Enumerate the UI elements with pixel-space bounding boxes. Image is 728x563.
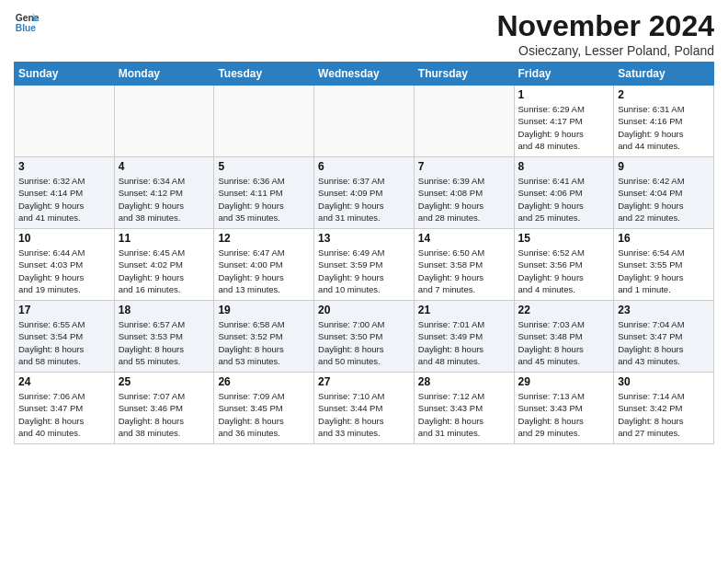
day-info: Sunrise: 6:44 AM Sunset: 4:03 PM Dayligh… bbox=[18, 247, 110, 295]
table-row: 1Sunrise: 6:29 AM Sunset: 4:17 PM Daylig… bbox=[514, 86, 614, 157]
calendar-week-row: 1Sunrise: 6:29 AM Sunset: 4:17 PM Daylig… bbox=[15, 86, 714, 157]
day-number: 14 bbox=[418, 232, 510, 245]
day-info: Sunrise: 6:31 AM Sunset: 4:16 PM Dayligh… bbox=[618, 103, 710, 152]
header-tuesday: Tuesday bbox=[214, 63, 314, 86]
header-sunday: Sunday bbox=[15, 63, 115, 86]
header: General Blue November 2024 Osieczany, Le… bbox=[14, 9, 714, 58]
day-info: Sunrise: 7:14 AM Sunset: 3:42 PM Dayligh… bbox=[618, 390, 710, 439]
table-row: 9Sunrise: 6:42 AM Sunset: 4:04 PM Daylig… bbox=[614, 157, 714, 229]
day-info: Sunrise: 6:49 AM Sunset: 3:59 PM Dayligh… bbox=[318, 247, 410, 295]
table-row: 13Sunrise: 6:49 AM Sunset: 3:59 PM Dayli… bbox=[314, 229, 415, 301]
day-number: 21 bbox=[418, 304, 510, 316]
day-info: Sunrise: 7:00 AM Sunset: 3:50 PM Dayligh… bbox=[318, 318, 410, 367]
table-row: 19Sunrise: 6:58 AM Sunset: 3:52 PM Dayli… bbox=[214, 301, 314, 373]
day-number: 13 bbox=[318, 232, 410, 245]
table-row: 3Sunrise: 6:32 AM Sunset: 4:14 PM Daylig… bbox=[15, 157, 115, 229]
day-info: Sunrise: 6:29 AM Sunset: 4:17 PM Dayligh… bbox=[518, 103, 610, 152]
day-info: Sunrise: 7:07 AM Sunset: 3:46 PM Dayligh… bbox=[119, 390, 210, 439]
day-number: 3 bbox=[18, 160, 110, 173]
table-row: 21Sunrise: 7:01 AM Sunset: 3:49 PM Dayli… bbox=[414, 301, 514, 373]
day-number: 1 bbox=[518, 88, 610, 101]
day-number: 2 bbox=[618, 88, 710, 101]
day-number: 5 bbox=[218, 160, 310, 173]
day-info: Sunrise: 6:58 AM Sunset: 3:52 PM Dayligh… bbox=[218, 318, 310, 367]
header-friday: Friday bbox=[514, 63, 614, 86]
table-row: 22Sunrise: 7:03 AM Sunset: 3:48 PM Dayli… bbox=[514, 301, 614, 373]
day-number: 11 bbox=[119, 232, 210, 245]
table-row bbox=[314, 86, 415, 157]
day-info: Sunrise: 7:01 AM Sunset: 3:49 PM Dayligh… bbox=[418, 318, 510, 367]
table-row: 8Sunrise: 6:41 AM Sunset: 4:06 PM Daylig… bbox=[514, 157, 614, 229]
day-number: 19 bbox=[218, 304, 310, 316]
day-info: Sunrise: 6:39 AM Sunset: 4:08 PM Dayligh… bbox=[418, 175, 510, 224]
day-info: Sunrise: 7:03 AM Sunset: 3:48 PM Dayligh… bbox=[518, 318, 610, 367]
day-number: 4 bbox=[119, 160, 210, 173]
day-number: 24 bbox=[18, 375, 110, 388]
table-row: 16Sunrise: 6:54 AM Sunset: 3:55 PM Dayli… bbox=[614, 229, 714, 301]
table-row: 25Sunrise: 7:07 AM Sunset: 3:46 PM Dayli… bbox=[114, 373, 214, 444]
day-info: Sunrise: 7:09 AM Sunset: 3:45 PM Dayligh… bbox=[218, 390, 310, 439]
day-number: 22 bbox=[518, 304, 610, 316]
day-info: Sunrise: 7:06 AM Sunset: 3:47 PM Dayligh… bbox=[18, 390, 110, 439]
day-info: Sunrise: 6:55 AM Sunset: 3:54 PM Dayligh… bbox=[18, 318, 110, 367]
table-row: 10Sunrise: 6:44 AM Sunset: 4:03 PM Dayli… bbox=[15, 229, 115, 301]
header-saturday: Saturday bbox=[614, 63, 714, 86]
table-row: 30Sunrise: 7:14 AM Sunset: 3:42 PM Dayli… bbox=[614, 373, 714, 444]
svg-text:Blue: Blue bbox=[16, 23, 37, 33]
day-info: Sunrise: 6:41 AM Sunset: 4:06 PM Dayligh… bbox=[518, 175, 610, 224]
table-row bbox=[414, 86, 514, 157]
day-info: Sunrise: 6:36 AM Sunset: 4:11 PM Dayligh… bbox=[218, 175, 310, 224]
day-number: 23 bbox=[618, 304, 710, 316]
table-row: 29Sunrise: 7:13 AM Sunset: 3:43 PM Dayli… bbox=[514, 373, 614, 444]
table-row: 28Sunrise: 7:12 AM Sunset: 3:43 PM Dayli… bbox=[414, 373, 514, 444]
day-number: 16 bbox=[618, 232, 710, 245]
header-wednesday: Wednesday bbox=[314, 63, 415, 86]
location: Osieczany, Lesser Poland, Poland bbox=[496, 43, 714, 58]
calendar-week-row: 17Sunrise: 6:55 AM Sunset: 3:54 PM Dayli… bbox=[15, 301, 714, 373]
calendar-body: 1Sunrise: 6:29 AM Sunset: 4:17 PM Daylig… bbox=[15, 86, 714, 444]
day-number: 26 bbox=[218, 375, 310, 388]
day-number: 30 bbox=[618, 375, 710, 388]
table-row: 11Sunrise: 6:45 AM Sunset: 4:02 PM Dayli… bbox=[114, 229, 214, 301]
day-info: Sunrise: 6:42 AM Sunset: 4:04 PM Dayligh… bbox=[618, 175, 710, 224]
day-number: 8 bbox=[518, 160, 610, 173]
day-info: Sunrise: 6:52 AM Sunset: 3:56 PM Dayligh… bbox=[518, 247, 610, 295]
calendar-table: Sunday Monday Tuesday Wednesday Thursday… bbox=[14, 62, 714, 444]
day-number: 25 bbox=[119, 375, 210, 388]
table-row: 23Sunrise: 7:04 AM Sunset: 3:47 PM Dayli… bbox=[614, 301, 714, 373]
day-number: 17 bbox=[18, 304, 110, 316]
logo: General Blue bbox=[14, 9, 40, 35]
day-info: Sunrise: 6:45 AM Sunset: 4:02 PM Dayligh… bbox=[119, 247, 210, 295]
calendar-week-row: 24Sunrise: 7:06 AM Sunset: 3:47 PM Dayli… bbox=[15, 373, 714, 444]
day-number: 12 bbox=[218, 232, 310, 245]
day-info: Sunrise: 6:34 AM Sunset: 4:12 PM Dayligh… bbox=[119, 175, 210, 224]
table-row: 15Sunrise: 6:52 AM Sunset: 3:56 PM Dayli… bbox=[514, 229, 614, 301]
day-number: 10 bbox=[18, 232, 110, 245]
month-title: November 2024 bbox=[496, 9, 714, 43]
table-row: 12Sunrise: 6:47 AM Sunset: 4:00 PM Dayli… bbox=[214, 229, 314, 301]
header-thursday: Thursday bbox=[414, 63, 514, 86]
table-row: 24Sunrise: 7:06 AM Sunset: 3:47 PM Dayli… bbox=[15, 373, 115, 444]
day-info: Sunrise: 6:47 AM Sunset: 4:00 PM Dayligh… bbox=[218, 247, 310, 295]
calendar-week-row: 10Sunrise: 6:44 AM Sunset: 4:03 PM Dayli… bbox=[15, 229, 714, 301]
table-row: 27Sunrise: 7:10 AM Sunset: 3:44 PM Dayli… bbox=[314, 373, 415, 444]
day-number: 20 bbox=[318, 304, 410, 316]
header-monday: Monday bbox=[114, 63, 214, 86]
title-area: November 2024 Osieczany, Lesser Poland, … bbox=[496, 9, 714, 58]
table-row: 18Sunrise: 6:57 AM Sunset: 3:53 PM Dayli… bbox=[114, 301, 214, 373]
table-row: 2Sunrise: 6:31 AM Sunset: 4:16 PM Daylig… bbox=[614, 86, 714, 157]
table-row: 20Sunrise: 7:00 AM Sunset: 3:50 PM Dayli… bbox=[314, 301, 415, 373]
day-info: Sunrise: 7:04 AM Sunset: 3:47 PM Dayligh… bbox=[618, 318, 710, 367]
day-number: 27 bbox=[318, 375, 410, 388]
day-number: 18 bbox=[119, 304, 210, 316]
table-row bbox=[114, 86, 214, 157]
table-row: 4Sunrise: 6:34 AM Sunset: 4:12 PM Daylig… bbox=[114, 157, 214, 229]
day-number: 9 bbox=[618, 160, 710, 173]
day-number: 6 bbox=[318, 160, 410, 173]
table-row: 5Sunrise: 6:36 AM Sunset: 4:11 PM Daylig… bbox=[214, 157, 314, 229]
weekday-header-row: Sunday Monday Tuesday Wednesday Thursday… bbox=[15, 63, 714, 86]
day-info: Sunrise: 6:50 AM Sunset: 3:58 PM Dayligh… bbox=[418, 247, 510, 295]
day-info: Sunrise: 7:12 AM Sunset: 3:43 PM Dayligh… bbox=[418, 390, 510, 439]
day-number: 15 bbox=[518, 232, 610, 245]
logo-icon: General Blue bbox=[14, 9, 40, 35]
